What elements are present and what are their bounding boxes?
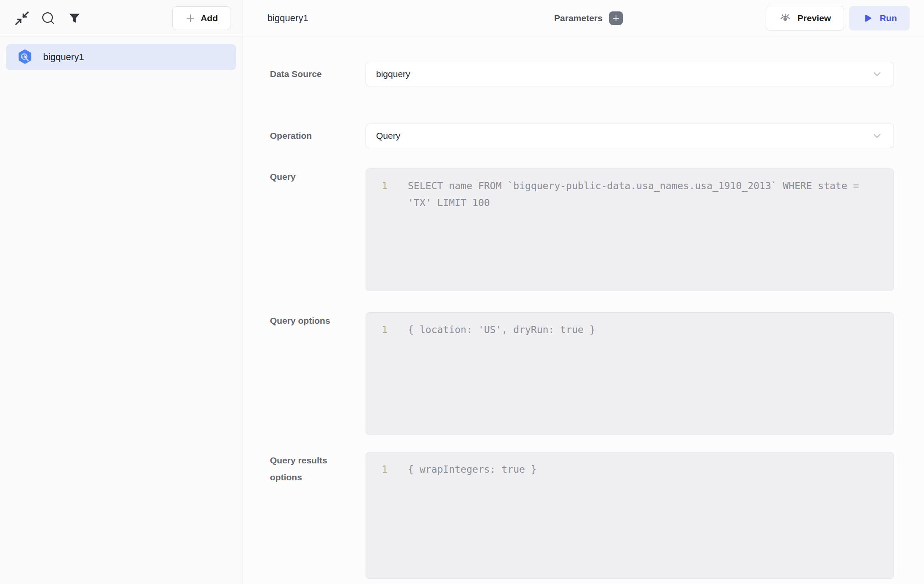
line-number: 1: [366, 313, 408, 435]
preview-button-label: Preview: [798, 13, 831, 23]
operation-value: Query: [376, 131, 400, 141]
header-left: bigquery1: [267, 13, 554, 24]
search-icon: [40, 10, 56, 26]
filter-queries-button[interactable]: [65, 9, 84, 28]
operation-row: Operation Query: [270, 124, 894, 148]
query-placeholder-text: SELECT name FROM `bigquery-public-data.u…: [408, 169, 894, 291]
query-options-placeholder-text: { location: 'US', dryRun: true }: [408, 313, 894, 435]
data-source-select[interactable]: bigquery: [366, 62, 894, 86]
run-button-label: Run: [880, 13, 897, 23]
operation-label: Operation: [270, 127, 342, 144]
add-parameter-button[interactable]: [609, 11, 623, 25]
operation-select[interactable]: Query: [366, 124, 894, 148]
add-query-button[interactable]: Add: [172, 6, 231, 30]
data-source-row: Data Source bigquery: [270, 62, 894, 86]
query-row: Query 1 SELECT name FROM `bigquery-publi…: [270, 168, 894, 291]
plus-icon: [185, 13, 195, 23]
query-code-editor[interactable]: 1 SELECT name FROM `bigquery-public-data…: [366, 168, 894, 291]
data-source-label: Data Source: [270, 66, 342, 83]
query-label: Query: [270, 168, 342, 185]
query-results-options-placeholder-text: { wrapIntegers: true }: [408, 452, 894, 578]
query-options-label: Query options: [270, 312, 342, 329]
collapse-diagonal-icon: [14, 10, 30, 26]
chevron-down-icon: [871, 129, 883, 142]
run-button[interactable]: Run: [849, 6, 910, 30]
parameters-label: Parameters: [554, 13, 602, 23]
preview-button[interactable]: Preview: [766, 6, 844, 30]
query-list-item-bigquery1[interactable]: bigquery1: [6, 44, 236, 70]
play-icon: [862, 13, 873, 24]
parameters-group: Parameters: [554, 11, 623, 25]
line-number: 1: [366, 169, 408, 291]
line-number: 1: [366, 452, 408, 578]
plus-icon: [612, 14, 620, 22]
query-results-options-row: Query results options 1 { wrapIntegers: …: [270, 452, 894, 579]
sidebar-toolbar: Add: [0, 0, 242, 36]
query-title: bigquery1: [267, 13, 308, 24]
query-list: bigquery1: [0, 36, 242, 78]
chevron-down-icon: [871, 68, 883, 80]
search-queries-button[interactable]: [39, 9, 58, 28]
query-results-options-code-editor[interactable]: 1 { wrapIntegers: true }: [366, 452, 894, 579]
bigquery-icon: [16, 48, 34, 66]
query-options-code-editor[interactable]: 1 { location: 'US', dryRun: true }: [366, 312, 894, 435]
query-form: Data Source bigquery Operation Query: [242, 36, 924, 584]
data-source-value: bigquery: [376, 69, 410, 79]
eye-icon: [779, 12, 792, 25]
header-actions: Preview Run: [623, 6, 910, 30]
collapse-panel-button[interactable]: [13, 9, 31, 28]
query-item-label: bigquery1: [43, 52, 84, 63]
query-editor-header: bigquery1 Parameters: [242, 0, 924, 36]
filter-icon: [67, 11, 82, 25]
query-editor-pane: bigquery1 Parameters: [242, 0, 924, 584]
add-button-label: Add: [201, 13, 218, 23]
query-options-row: Query options 1 { location: 'US', dryRun…: [270, 312, 894, 435]
query-results-options-label: Query results options: [270, 452, 342, 486]
query-panel-sidebar: Add bigquery1: [0, 0, 242, 584]
